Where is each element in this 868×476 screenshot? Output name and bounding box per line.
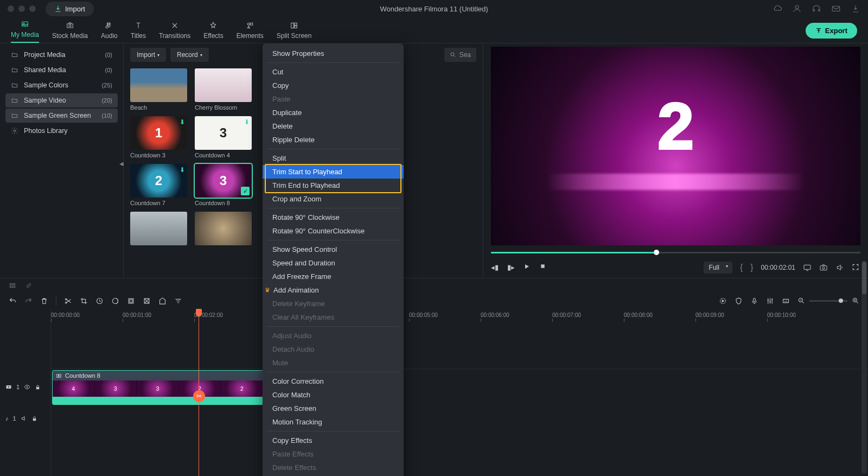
ctx-green-screen[interactable]: Green Screen — [263, 402, 404, 415]
caption-icon[interactable] — [782, 297, 790, 305]
snapshot-icon[interactable] — [819, 263, 828, 272]
ctx-rotate-90-counterclockwise[interactable]: Rotate 90° CounterClockwise — [263, 224, 404, 238]
keyframe-button[interactable] — [143, 297, 151, 305]
ctx-rotate-90-clockwise[interactable]: Rotate 90° Clockwise — [263, 211, 404, 224]
media-record-dropdown[interactable]: Record▾ — [170, 48, 209, 62]
media-thumb[interactable]: 2⬇Countdown 7 — [130, 164, 187, 206]
headset-icon[interactable] — [812, 4, 821, 14]
folder-sample-green-screen[interactable]: Sample Green Screen(10) — [5, 109, 118, 123]
lock-icon[interactable] — [35, 384, 41, 390]
mixer-icon[interactable] — [766, 297, 774, 305]
media-thumb[interactable]: 3⬇Countdown 4 — [195, 116, 252, 158]
preview-viewport[interactable]: 2 — [491, 47, 860, 245]
timeline-ruler[interactable]: 00:00:00:0000:00:01:0000:00:02:0000:00:0… — [51, 309, 868, 325]
split-button[interactable] — [64, 297, 72, 305]
mark-in-button[interactable]: { — [740, 263, 743, 272]
tab-stock-media[interactable]: Stock Media — [52, 21, 88, 43]
media-thumb[interactable]: Cherry Blossom — [195, 68, 252, 111]
fullscreen-icon[interactable] — [852, 263, 860, 272]
ctx-trim-start-to-playhead[interactable]: Trim Start to Playhead — [263, 165, 404, 179]
color-button[interactable] — [111, 297, 119, 305]
cloud-icon[interactable] — [773, 4, 782, 14]
redo-button[interactable] — [24, 297, 33, 305]
ctx-cut[interactable]: Cut — [263, 65, 404, 79]
folder-project-media[interactable]: Project Media(0) — [5, 48, 118, 62]
media-search-input[interactable]: Sea — [444, 48, 476, 62]
import-button[interactable]: Import — [46, 2, 94, 16]
media-thumb[interactable]: 3✓Countdown 8 — [195, 164, 252, 206]
ctx-color-match[interactable]: Color Match — [263, 388, 404, 402]
next-frame-button[interactable]: ▮▸ — [507, 263, 516, 272]
zoom-out-icon[interactable] — [797, 297, 805, 304]
ctx-copy-effects[interactable]: Copy Effects — [263, 434, 404, 447]
ctx-split[interactable]: Split — [263, 151, 404, 165]
delete-button[interactable] — [40, 297, 48, 305]
folder-sample-video[interactable]: Sample Video(20) — [5, 93, 118, 107]
prev-frame-button[interactable]: ◂▮ — [491, 263, 500, 272]
ctx-show-properties[interactable]: Show Properties — [263, 47, 404, 60]
ctx-trim-end-to-playhead[interactable]: Trim End to Playhead — [263, 179, 404, 192]
render-button[interactable] — [719, 297, 727, 305]
tab-transitions[interactable]: Transitions — [159, 21, 190, 43]
folder-sample-colors[interactable]: Sample Colors(25) — [5, 78, 118, 92]
link-icon[interactable] — [25, 282, 33, 289]
window-controls[interactable] — [8, 5, 36, 12]
export-button[interactable]: Export — [806, 23, 857, 39]
tab-effects[interactable]: Effects — [203, 21, 223, 43]
marker-button[interactable] — [158, 297, 167, 305]
media-thumb[interactable] — [195, 212, 252, 247]
user-icon[interactable] — [792, 4, 802, 14]
collapse-sidebar-icon[interactable]: ◀ — [119, 161, 124, 167]
audio-track-header[interactable]: ♪ 1 — [0, 408, 50, 429]
folder-shared-media[interactable]: Shared Media(0) — [5, 63, 118, 77]
media-thumb[interactable]: 1⬇Countdown 3 — [130, 116, 187, 158]
ctx-color-correction[interactable]: Color Correction — [263, 375, 404, 388]
playhead[interactable]: ✂ — [199, 309, 199, 476]
eye-icon[interactable] — [24, 384, 30, 390]
add-track-icon[interactable] — [9, 282, 16, 289]
ctx-motion-tracking[interactable]: Motion Tracking — [263, 415, 404, 429]
stop-button[interactable] — [540, 263, 548, 272]
media-import-dropdown[interactable]: Import▾ — [130, 48, 166, 62]
crop-button[interactable] — [80, 297, 88, 305]
display-icon[interactable] — [803, 263, 812, 272]
voiceover-icon[interactable] — [750, 297, 758, 305]
display-mode-dropdown[interactable]: Full▾ — [704, 262, 732, 274]
ctx-crop-and-zoom[interactable]: Crop and Zoom — [263, 192, 404, 206]
ctx-copy[interactable]: Copy — [263, 79, 404, 92]
tab-titles[interactable]: Titles — [131, 21, 146, 43]
ctx-duplicate[interactable]: Duplicate — [263, 106, 404, 119]
preview-scrubber[interactable] — [491, 250, 860, 255]
tab-split-screen[interactable]: Split Screen — [277, 21, 312, 43]
mark-out-button[interactable]: } — [750, 263, 753, 272]
ctx-ripple-delete[interactable]: Ripple Delete — [263, 133, 404, 147]
shield-icon[interactable] — [735, 297, 743, 305]
ctx-add-freeze-frame[interactable]: Add Freeze Frame — [263, 270, 404, 283]
filters-button[interactable] — [174, 297, 182, 305]
ctx-delete[interactable]: Delete — [263, 119, 404, 133]
video-track-header[interactable]: 1 — [0, 369, 50, 405]
undo-button[interactable] — [9, 297, 17, 305]
timeline-tracks[interactable]: 00:00:00:0000:00:01:0000:00:02:0000:00:0… — [51, 309, 868, 476]
mail-icon[interactable] — [831, 4, 841, 14]
speed-button[interactable] — [95, 297, 104, 305]
vertical-scrollbar[interactable] — [861, 261, 867, 474]
media-thumb[interactable]: Beach — [130, 68, 187, 111]
ctx-speed-and-duration[interactable]: Speed and Duration — [263, 256, 404, 270]
zoom-in-icon[interactable] — [852, 297, 859, 304]
timeline-zoom[interactable] — [797, 297, 859, 304]
volume-icon[interactable] — [835, 263, 844, 272]
play-button[interactable] — [524, 263, 532, 272]
speaker-icon[interactable] — [21, 415, 27, 422]
lock-icon[interactable] — [31, 416, 37, 422]
download-icon[interactable] — [851, 4, 860, 14]
tab-my-media[interactable]: My Media — [11, 20, 39, 43]
greenscreen-button[interactable] — [127, 297, 135, 305]
ctx-show-speed-control[interactable]: Show Speed Control — [263, 243, 404, 256]
media-thumb[interactable] — [130, 212, 187, 247]
folder-photos-library[interactable]: Photos Library — [5, 124, 118, 138]
timeline-clip[interactable]: Countdown 8 43322 — [52, 370, 264, 405]
tab-elements[interactable]: Elements — [237, 21, 264, 43]
tab-audio[interactable]: Audio — [101, 21, 118, 43]
ctx-add-animation[interactable]: ♛Add Animation — [263, 283, 404, 297]
